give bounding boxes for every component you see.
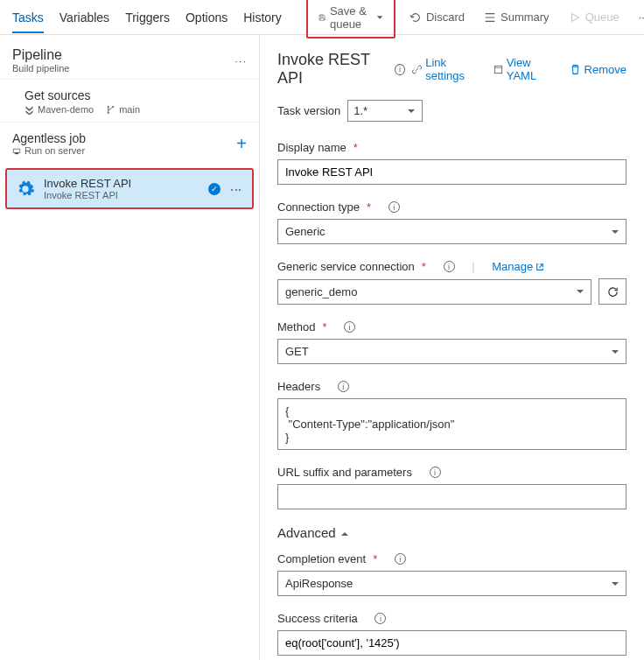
save-queue-highlight: Save & queue — [306, 0, 396, 39]
agentless-job-row[interactable]: Agentless job Run on server + — [0, 122, 259, 163]
link-settings-label: Link settings — [425, 56, 479, 82]
queue-label: Queue — [585, 11, 620, 24]
agentless-job-sub: Run on server — [24, 145, 85, 156]
task-title: Invoke REST API — [44, 177, 200, 190]
info-icon[interactable]: i — [344, 321, 355, 333]
method-label: Method — [277, 320, 315, 334]
get-sources-row[interactable]: Get sources Maven-demo main — [0, 79, 259, 122]
tab-options[interactable]: Options — [186, 2, 228, 33]
discard-label: Discard — [426, 11, 465, 24]
task-status-check-icon: ✓ — [208, 183, 220, 195]
more-button[interactable]: ··· — [634, 7, 644, 27]
headers-textarea[interactable]: { "Content-Type":"application/json" } — [277, 398, 626, 450]
display-name-input[interactable] — [277, 159, 626, 185]
save-queue-button[interactable]: Save & queue — [313, 1, 388, 34]
link-icon — [412, 64, 422, 75]
url-suffix-label: URL suffix and parameters — [277, 466, 412, 479]
undo-icon — [410, 11, 422, 24]
task-gear-icon — [16, 179, 35, 199]
connection-type-select[interactable]: Generic — [277, 219, 626, 244]
view-yaml-link[interactable]: View YAML — [494, 56, 556, 82]
tab-variables[interactable]: Variables — [60, 2, 109, 33]
connection-type-label: Connection type — [277, 200, 360, 214]
info-icon[interactable]: i — [395, 553, 406, 565]
advanced-section-toggle[interactable]: Advanced — [277, 525, 626, 540]
chevron-up-icon — [341, 525, 348, 540]
completion-event-label: Completion event — [277, 552, 366, 565]
link-settings-link[interactable]: Link settings — [412, 56, 480, 82]
save-icon — [318, 11, 326, 24]
branch-indicator: main — [106, 104, 140, 115]
service-connection-select[interactable]: generic_demo — [277, 279, 592, 305]
summary-label: Summary — [500, 11, 550, 24]
pipeline-more-button[interactable]: ··· — [234, 54, 247, 67]
task-selected-highlight: Invoke REST API Invoke REST API ✓ ⋮ — [5, 168, 254, 209]
add-task-button[interactable]: + — [236, 134, 247, 154]
success-criteria-label: Success criteria — [277, 612, 358, 625]
required-marker: * — [354, 141, 358, 154]
save-queue-label: Save & queue — [330, 4, 372, 31]
top-bar: Tasks Variables Triggers Options History… — [0, 0, 644, 35]
display-name-label: Display name — [277, 141, 346, 154]
advanced-label: Advanced — [277, 525, 336, 540]
external-link-icon — [536, 263, 544, 271]
view-yaml-label: View YAML — [507, 56, 556, 82]
info-icon[interactable]: i — [338, 381, 349, 392]
completion-event-select[interactable]: ApiResponse — [277, 571, 626, 596]
remove-link[interactable]: Remove — [570, 56, 626, 82]
headers-label: Headers — [277, 380, 320, 393]
list-icon — [484, 11, 496, 24]
manage-link[interactable]: Manage — [492, 260, 544, 273]
task-row-invoke-rest-api[interactable]: Invoke REST API Invoke REST API ✓ ⋮ — [7, 170, 252, 207]
task-version-select[interactable]: 1.* — [347, 100, 423, 122]
tab-history[interactable]: History — [243, 2, 282, 33]
repo-name: Maven-demo — [38, 104, 94, 115]
summary-button[interactable]: Summary — [479, 7, 555, 27]
info-icon[interactable]: i — [430, 467, 441, 478]
yaml-icon — [494, 64, 503, 75]
play-icon — [569, 11, 581, 24]
success-criteria-input[interactable] — [277, 630, 626, 656]
left-panel: Pipeline Build pipeline ··· Get sources … — [0, 35, 260, 660]
queue-button[interactable]: Queue — [564, 7, 625, 27]
task-subtitle: Invoke REST API — [44, 190, 200, 200]
trash-icon — [570, 64, 581, 75]
info-icon[interactable]: i — [444, 261, 455, 272]
url-suffix-input[interactable] — [277, 484, 626, 509]
chevron-down-icon — [376, 11, 383, 24]
method-select[interactable]: GET — [277, 339, 626, 364]
repo-icon — [24, 105, 34, 115]
agentless-job-title: Agentless job — [12, 131, 86, 145]
refresh-icon — [606, 285, 620, 298]
info-icon[interactable]: i — [388, 201, 400, 213]
server-icon — [12, 146, 21, 155]
refresh-button[interactable] — [598, 278, 626, 305]
tab-tasks[interactable]: Tasks — [12, 2, 44, 33]
branch-name: main — [119, 104, 140, 115]
panel-title: Invoke REST API — [277, 51, 388, 88]
pipeline-title: Pipeline — [12, 47, 69, 63]
task-version-label: Task version — [277, 104, 340, 117]
discard-button[interactable]: Discard — [404, 7, 470, 27]
pipeline-subtitle: Build pipeline — [12, 63, 69, 74]
pipeline-header[interactable]: Pipeline Build pipeline ··· — [0, 35, 259, 79]
right-panel: Invoke REST API i Link settings View YAM… — [260, 35, 644, 660]
tab-triggers[interactable]: Triggers — [125, 2, 170, 33]
remove-label: Remove — [584, 63, 626, 76]
toolbar: Save & queue Discard Summary Queue ··· — [306, 0, 644, 39]
info-icon[interactable]: i — [374, 613, 386, 624]
get-sources-title: Get sources — [24, 88, 247, 102]
svg-rect-0 — [13, 149, 20, 152]
branch-icon — [106, 105, 116, 115]
tab-strip: Tasks Variables Triggers Options History — [12, 2, 282, 33]
service-connection-label: Generic service connection — [277, 260, 415, 273]
svg-rect-1 — [494, 66, 501, 73]
info-icon[interactable]: i — [395, 64, 405, 75]
task-more-button[interactable]: ⋮ — [229, 184, 243, 194]
repo-indicator: Maven-demo — [24, 104, 94, 115]
